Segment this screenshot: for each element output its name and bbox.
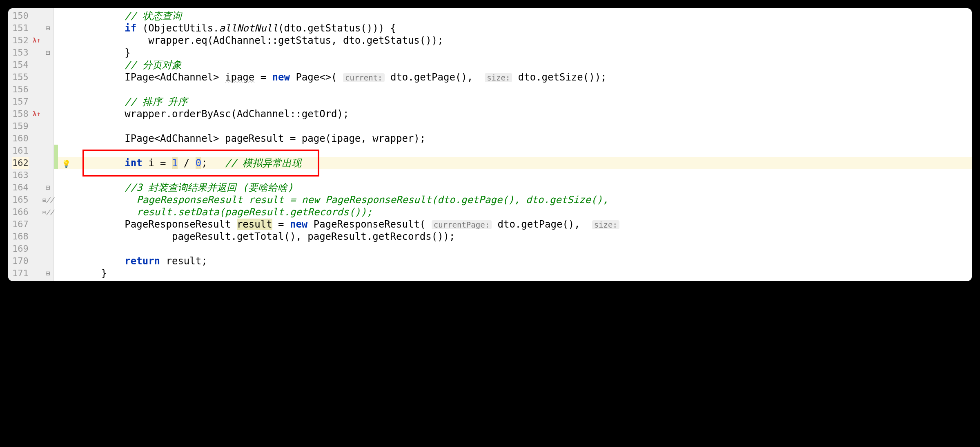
- intention-marker[interactable]: [58, 47, 74, 59]
- code-area[interactable]: // 状态查询 if (ObjectUtils.allNotNull(dto.g…: [74, 8, 972, 281]
- fold-marker[interactable]: [42, 96, 53, 108]
- intention-marker[interactable]: [58, 34, 74, 47]
- intention-marker[interactable]: [58, 71, 74, 83]
- fold-close-icon[interactable]: ⊟: [46, 269, 50, 277]
- fold-marker[interactable]: [42, 108, 53, 120]
- line-number: 154: [12, 59, 29, 71]
- line-number: 161: [12, 145, 29, 157]
- code-line[interactable]: [74, 83, 972, 96]
- code-line[interactable]: }: [74, 47, 972, 59]
- code-line[interactable]: // 分页对象: [74, 59, 972, 71]
- gutter-marker: [31, 243, 42, 255]
- gutter-marker: [31, 218, 42, 230]
- intention-marker[interactable]: [58, 255, 74, 267]
- intention-marker[interactable]: [58, 194, 74, 206]
- intention-marker[interactable]: [58, 22, 74, 34]
- code-line[interactable]: pageResult.getTotal(), pageResult.getRec…: [74, 230, 972, 243]
- line-number: 165: [12, 194, 29, 206]
- code-line[interactable]: [74, 243, 972, 255]
- code-line[interactable]: int i = 1 / 0; // 模拟异常出现: [74, 157, 972, 169]
- intention-marker[interactable]: 💡: [58, 157, 74, 169]
- fold-marker[interactable]: [42, 83, 53, 96]
- marker-column: λ↑λ↑: [31, 8, 42, 281]
- fold-marker[interactable]: [42, 255, 53, 267]
- fold-marker[interactable]: [42, 218, 53, 230]
- intention-marker[interactable]: [58, 243, 74, 255]
- intention-marker[interactable]: [58, 267, 74, 279]
- intention-marker[interactable]: [58, 169, 74, 181]
- fold-marker[interactable]: [42, 243, 53, 255]
- intention-marker[interactable]: [58, 10, 74, 22]
- intention-marker[interactable]: [58, 181, 74, 194]
- code-line[interactable]: //3 封装查询结果并返回 (要啥给啥): [74, 181, 972, 194]
- code-line[interactable]: PageResponseResult result = new PageResp…: [74, 194, 972, 206]
- fold-marker[interactable]: [42, 59, 53, 71]
- change-marker: [54, 132, 58, 145]
- lambda-icon[interactable]: λ↑: [33, 110, 40, 118]
- fold-marker[interactable]: ⊟: [42, 267, 53, 279]
- code-line[interactable]: // 排序 升序: [74, 96, 972, 108]
- fold-marker[interactable]: [42, 71, 53, 83]
- fold-close-icon[interactable]: ⊟: [46, 48, 50, 57]
- gutter-marker: [31, 267, 42, 279]
- code-line[interactable]: result.setData(pageResult.getRecords());: [74, 206, 972, 218]
- gutter-marker: [31, 132, 42, 145]
- code-line[interactable]: [74, 145, 972, 157]
- intention-marker[interactable]: [58, 230, 74, 243]
- intention-marker[interactable]: [58, 206, 74, 218]
- code-line[interactable]: IPage<AdChannel> pageResult = page(ipage…: [74, 132, 972, 145]
- fold-marker[interactable]: [42, 169, 53, 181]
- change-marker: [54, 145, 58, 157]
- fold-marker[interactable]: [42, 10, 53, 22]
- intention-marker[interactable]: [58, 120, 74, 132]
- fold-marker[interactable]: [42, 145, 53, 157]
- change-marker: [54, 71, 58, 83]
- fold-column[interactable]: ⊟⊟⊟⊟//⊟//⊟: [42, 8, 54, 281]
- fold-marker[interactable]: ⊟: [42, 181, 53, 194]
- fold-marker[interactable]: [42, 230, 53, 243]
- intention-marker[interactable]: [58, 83, 74, 96]
- line-number: 158: [12, 108, 29, 120]
- code-line[interactable]: [74, 169, 972, 181]
- fold-marker[interactable]: ⊟: [42, 22, 53, 34]
- line-number: 164: [12, 181, 29, 194]
- code-line[interactable]: // 状态查询: [74, 10, 972, 22]
- code-line[interactable]: return result;: [74, 255, 972, 267]
- fold-marker[interactable]: ⊟: [42, 47, 53, 59]
- gutter-marker: [31, 230, 42, 243]
- code-line[interactable]: if (ObjectUtils.allNotNull(dto.getStatus…: [74, 22, 972, 34]
- gutter-marker: [31, 96, 42, 108]
- fold-marker[interactable]: [42, 34, 53, 47]
- gutter-marker: [31, 181, 42, 194]
- intention-marker[interactable]: [58, 59, 74, 71]
- intention-marker[interactable]: [58, 96, 74, 108]
- fold-marker[interactable]: [42, 132, 53, 145]
- code-line[interactable]: wrapper.eq(AdChannel::getStatus, dto.get…: [74, 34, 972, 47]
- intention-marker[interactable]: [58, 218, 74, 230]
- fold-open-icon[interactable]: ⊟: [46, 24, 50, 32]
- fold-open-icon[interactable]: ⊟: [46, 183, 50, 192]
- code-editor[interactable]: 1501511521531541551561571581591601611621…: [8, 8, 972, 281]
- code-line[interactable]: PageResponseResult result = new PageResp…: [74, 218, 972, 230]
- code-line[interactable]: }: [74, 267, 972, 279]
- line-number: 170: [12, 255, 29, 267]
- intention-marker[interactable]: [58, 132, 74, 145]
- intention-column[interactable]: 💡: [58, 8, 74, 281]
- change-marker: [54, 181, 58, 194]
- code-line[interactable]: [74, 120, 972, 132]
- line-number: 160: [12, 132, 29, 145]
- lightbulb-icon[interactable]: 💡: [62, 159, 71, 168]
- fold-marker[interactable]: ⊟//: [42, 206, 53, 218]
- lambda-icon[interactable]: λ↑: [33, 36, 40, 44]
- change-indicator-column: [54, 8, 58, 281]
- line-number: 155: [12, 71, 29, 83]
- fold-marker[interactable]: [42, 157, 53, 169]
- parameter-hint: current:: [343, 73, 385, 82]
- intention-marker[interactable]: [58, 108, 74, 120]
- parameter-hint: size:: [485, 73, 512, 82]
- code-line[interactable]: wrapper.orderByAsc(AdChannel::getOrd);: [74, 108, 972, 120]
- fold-marker[interactable]: ⊟//: [42, 194, 53, 206]
- intention-marker[interactable]: [58, 145, 74, 157]
- fold-marker[interactable]: [42, 120, 53, 132]
- code-line[interactable]: IPage<AdChannel> ipage = new Page<>( cur…: [74, 71, 972, 83]
